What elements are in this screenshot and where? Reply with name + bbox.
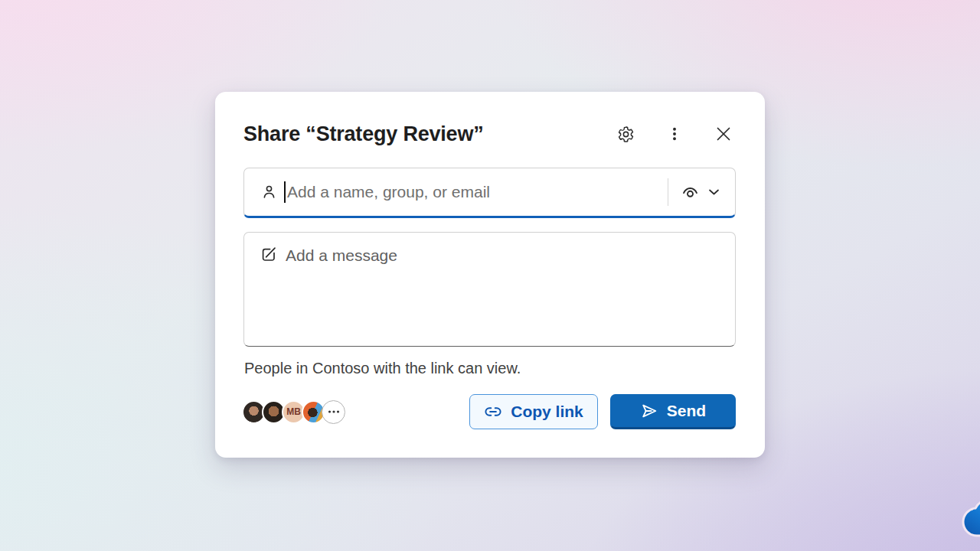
send-label: Send	[667, 402, 706, 420]
avatar-initials: MB	[286, 406, 301, 417]
send-button[interactable]: Send	[610, 394, 736, 429]
desktop-background: Share “Strategy Review”	[0, 0, 980, 551]
footer-buttons: Copy link Send	[469, 394, 736, 429]
person-icon	[260, 184, 278, 201]
gear-icon	[616, 125, 635, 144]
eye-icon	[680, 182, 701, 203]
shared-with-avatars[interactable]: MB	[242, 400, 345, 424]
recipient-placeholder: Add a name, group, or email	[287, 183, 668, 201]
link-permission-toggle[interactable]	[678, 179, 721, 206]
link-chain-icon	[484, 403, 502, 421]
dialog-header: Share “Strategy Review”	[243, 117, 737, 151]
chevron-down-icon	[708, 188, 720, 196]
compose-pencil-icon	[260, 246, 278, 264]
text-cursor	[284, 181, 286, 203]
more-options-button[interactable]	[661, 120, 688, 148]
input-divider	[668, 178, 668, 206]
dialog-title: Share “Strategy Review”	[243, 122, 484, 146]
recipient-input[interactable]: Add a name, group, or email	[243, 168, 736, 218]
paper-plane-icon	[640, 402, 658, 420]
copy-link-button[interactable]: Copy link	[469, 394, 598, 429]
horizontal-ellipsis-icon	[328, 409, 340, 414]
kebab-vertical-icon	[666, 126, 683, 142]
close-button[interactable]	[710, 120, 737, 148]
copy-link-label: Copy link	[511, 403, 583, 421]
header-actions	[612, 120, 737, 148]
avatar-overflow-button[interactable]	[322, 400, 345, 424]
message-placeholder: Add a message	[286, 246, 397, 265]
close-x-icon	[714, 125, 733, 143]
settings-button[interactable]	[612, 120, 639, 148]
onedrive-cloud-icon	[959, 494, 980, 540]
dialog-footer: MB	[242, 393, 736, 431]
share-dialog: Share “Strategy Review”	[215, 92, 765, 458]
permission-note: People in Contoso with the link can view…	[244, 360, 521, 377]
message-input[interactable]: Add a message	[243, 232, 736, 347]
